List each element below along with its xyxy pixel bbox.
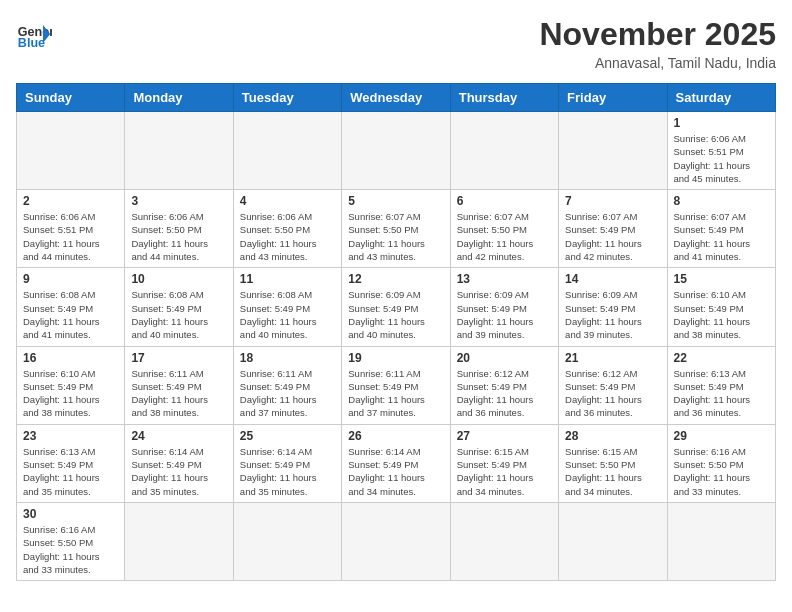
calendar-cell: 2Sunrise: 6:06 AM Sunset: 5:51 PM Daylig… [17,190,125,268]
cell-info: Sunrise: 6:10 AM Sunset: 5:49 PM Dayligh… [674,288,769,341]
page-header: General Blue November 2025 Annavasal, Ta… [16,16,776,71]
calendar-cell: 19Sunrise: 6:11 AM Sunset: 5:49 PM Dayli… [342,346,450,424]
cell-info: Sunrise: 6:14 AM Sunset: 5:49 PM Dayligh… [131,445,226,498]
day-number: 21 [565,351,660,365]
cell-info: Sunrise: 6:13 AM Sunset: 5:49 PM Dayligh… [674,367,769,420]
cell-info: Sunrise: 6:08 AM Sunset: 5:49 PM Dayligh… [240,288,335,341]
day-number: 1 [674,116,769,130]
day-number: 8 [674,194,769,208]
day-number: 15 [674,272,769,286]
cell-info: Sunrise: 6:12 AM Sunset: 5:49 PM Dayligh… [565,367,660,420]
calendar-cell: 22Sunrise: 6:13 AM Sunset: 5:49 PM Dayli… [667,346,775,424]
cell-info: Sunrise: 6:07 AM Sunset: 5:50 PM Dayligh… [348,210,443,263]
day-number: 14 [565,272,660,286]
cell-info: Sunrise: 6:06 AM Sunset: 5:50 PM Dayligh… [240,210,335,263]
col-header-tuesday: Tuesday [233,84,341,112]
cell-info: Sunrise: 6:09 AM Sunset: 5:49 PM Dayligh… [565,288,660,341]
cell-info: Sunrise: 6:09 AM Sunset: 5:49 PM Dayligh… [348,288,443,341]
calendar-cell [667,502,775,580]
cell-info: Sunrise: 6:08 AM Sunset: 5:49 PM Dayligh… [131,288,226,341]
cell-info: Sunrise: 6:16 AM Sunset: 5:50 PM Dayligh… [674,445,769,498]
day-number: 6 [457,194,552,208]
calendar-cell: 20Sunrise: 6:12 AM Sunset: 5:49 PM Dayli… [450,346,558,424]
col-header-sunday: Sunday [17,84,125,112]
calendar-cell [559,112,667,190]
day-number: 12 [348,272,443,286]
calendar-cell: 11Sunrise: 6:08 AM Sunset: 5:49 PM Dayli… [233,268,341,346]
day-number: 5 [348,194,443,208]
calendar-week-row: 1Sunrise: 6:06 AM Sunset: 5:51 PM Daylig… [17,112,776,190]
calendar-cell: 3Sunrise: 6:06 AM Sunset: 5:50 PM Daylig… [125,190,233,268]
day-number: 17 [131,351,226,365]
day-number: 9 [23,272,118,286]
calendar-cell [342,502,450,580]
calendar-cell [125,502,233,580]
calendar-table: SundayMondayTuesdayWednesdayThursdayFrid… [16,83,776,581]
col-header-wednesday: Wednesday [342,84,450,112]
col-header-monday: Monday [125,84,233,112]
cell-info: Sunrise: 6:11 AM Sunset: 5:49 PM Dayligh… [240,367,335,420]
day-number: 22 [674,351,769,365]
cell-info: Sunrise: 6:13 AM Sunset: 5:49 PM Dayligh… [23,445,118,498]
svg-text:Blue: Blue [18,36,45,50]
day-number: 4 [240,194,335,208]
calendar-cell [559,502,667,580]
cell-info: Sunrise: 6:10 AM Sunset: 5:49 PM Dayligh… [23,367,118,420]
logo-icon: General Blue [16,16,52,52]
location: Annavasal, Tamil Nadu, India [539,55,776,71]
calendar-week-row: 23Sunrise: 6:13 AM Sunset: 5:49 PM Dayli… [17,424,776,502]
day-number: 28 [565,429,660,443]
cell-info: Sunrise: 6:06 AM Sunset: 5:51 PM Dayligh… [674,132,769,185]
calendar-cell [17,112,125,190]
calendar-cell: 1Sunrise: 6:06 AM Sunset: 5:51 PM Daylig… [667,112,775,190]
cell-info: Sunrise: 6:12 AM Sunset: 5:49 PM Dayligh… [457,367,552,420]
day-number: 29 [674,429,769,443]
cell-info: Sunrise: 6:07 AM Sunset: 5:50 PM Dayligh… [457,210,552,263]
day-number: 16 [23,351,118,365]
cell-info: Sunrise: 6:09 AM Sunset: 5:49 PM Dayligh… [457,288,552,341]
calendar-cell: 29Sunrise: 6:16 AM Sunset: 5:50 PM Dayli… [667,424,775,502]
day-number: 11 [240,272,335,286]
day-number: 30 [23,507,118,521]
calendar-cell: 6Sunrise: 6:07 AM Sunset: 5:50 PM Daylig… [450,190,558,268]
cell-info: Sunrise: 6:06 AM Sunset: 5:51 PM Dayligh… [23,210,118,263]
calendar-cell: 17Sunrise: 6:11 AM Sunset: 5:49 PM Dayli… [125,346,233,424]
day-number: 3 [131,194,226,208]
day-number: 19 [348,351,443,365]
calendar-cell: 21Sunrise: 6:12 AM Sunset: 5:49 PM Dayli… [559,346,667,424]
month-title: November 2025 [539,16,776,53]
day-number: 25 [240,429,335,443]
cell-info: Sunrise: 6:11 AM Sunset: 5:49 PM Dayligh… [131,367,226,420]
calendar-cell: 5Sunrise: 6:07 AM Sunset: 5:50 PM Daylig… [342,190,450,268]
calendar-cell: 23Sunrise: 6:13 AM Sunset: 5:49 PM Dayli… [17,424,125,502]
day-number: 23 [23,429,118,443]
calendar-cell: 18Sunrise: 6:11 AM Sunset: 5:49 PM Dayli… [233,346,341,424]
day-number: 24 [131,429,226,443]
title-area: November 2025 Annavasal, Tamil Nadu, Ind… [539,16,776,71]
cell-info: Sunrise: 6:14 AM Sunset: 5:49 PM Dayligh… [240,445,335,498]
calendar-cell: 14Sunrise: 6:09 AM Sunset: 5:49 PM Dayli… [559,268,667,346]
calendar-cell [450,502,558,580]
calendar-cell [125,112,233,190]
calendar-week-row: 16Sunrise: 6:10 AM Sunset: 5:49 PM Dayli… [17,346,776,424]
calendar-week-row: 30Sunrise: 6:16 AM Sunset: 5:50 PM Dayli… [17,502,776,580]
logo: General Blue [16,16,52,52]
day-number: 13 [457,272,552,286]
day-number: 2 [23,194,118,208]
cell-info: Sunrise: 6:15 AM Sunset: 5:50 PM Dayligh… [565,445,660,498]
calendar-week-row: 9Sunrise: 6:08 AM Sunset: 5:49 PM Daylig… [17,268,776,346]
calendar-cell: 4Sunrise: 6:06 AM Sunset: 5:50 PM Daylig… [233,190,341,268]
day-number: 26 [348,429,443,443]
day-number: 18 [240,351,335,365]
cell-info: Sunrise: 6:07 AM Sunset: 5:49 PM Dayligh… [565,210,660,263]
calendar-cell: 10Sunrise: 6:08 AM Sunset: 5:49 PM Dayli… [125,268,233,346]
calendar-cell: 12Sunrise: 6:09 AM Sunset: 5:49 PM Dayli… [342,268,450,346]
day-number: 7 [565,194,660,208]
calendar-cell [233,502,341,580]
cell-info: Sunrise: 6:08 AM Sunset: 5:49 PM Dayligh… [23,288,118,341]
calendar-cell: 26Sunrise: 6:14 AM Sunset: 5:49 PM Dayli… [342,424,450,502]
cell-info: Sunrise: 6:06 AM Sunset: 5:50 PM Dayligh… [131,210,226,263]
calendar-cell: 30Sunrise: 6:16 AM Sunset: 5:50 PM Dayli… [17,502,125,580]
cell-info: Sunrise: 6:07 AM Sunset: 5:49 PM Dayligh… [674,210,769,263]
calendar-cell: 27Sunrise: 6:15 AM Sunset: 5:49 PM Dayli… [450,424,558,502]
